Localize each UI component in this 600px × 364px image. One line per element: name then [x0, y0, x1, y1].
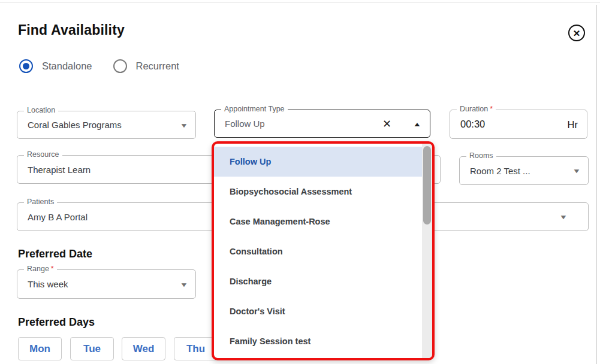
option-consultation[interactable]: Consultation — [214, 236, 422, 266]
option-doctors-visit[interactable]: Doctor's Visit — [214, 296, 422, 326]
duration-unit: Hr — [568, 119, 578, 130]
day-button-tue[interactable]: Tue — [70, 337, 114, 360]
day-button-mon[interactable]: Mon — [18, 337, 62, 360]
standalone-radio[interactable] — [19, 59, 33, 73]
option-family-session-test[interactable]: Family Session test — [214, 326, 422, 356]
window-edge-line — [596, 5, 597, 364]
radio-selected-dot — [23, 63, 29, 69]
duration-field[interactable]: Duration* 00:30 Hr — [450, 110, 587, 139]
chevron-down-icon[interactable]: ▼ — [180, 281, 188, 287]
resource-value: Therapist Learn — [28, 156, 91, 183]
option-case-management-rose[interactable]: Case Management-Rose — [214, 207, 422, 236]
rooms-select[interactable]: Rooms Room 2 Test ... ▼ — [459, 156, 589, 185]
patients-value: Amy B A Portal — [28, 203, 88, 230]
chevron-down-icon[interactable]: ▼ — [180, 122, 188, 128]
option-follow-up[interactable]: Follow Up — [214, 147, 422, 177]
standalone-radio-label[interactable]: Standalone — [42, 60, 92, 72]
option-biopsychosocial-assessment[interactable]: Biopsychosocial Assessment — [214, 177, 422, 207]
find-availability-dialog: Find Availability ✕ Standalone Recurrent… — [0, 0, 600, 364]
range-select[interactable]: Range* This week ▼ — [17, 269, 196, 299]
dropdown-scrollbar-thumb[interactable] — [423, 146, 431, 225]
appointment-type-options: Follow Up Biopsychosocial Assessment Cas… — [214, 147, 422, 356]
chevron-down-icon[interactable]: ▼ — [559, 214, 568, 220]
close-dialog-button[interactable]: ✕ — [568, 25, 585, 41]
recurrent-radio[interactable] — [113, 59, 127, 73]
page-title: Find Availability — [18, 22, 125, 38]
dropdown-scrollbar-track[interactable] — [422, 144, 432, 358]
option-discharge[interactable]: Discharge — [214, 266, 422, 296]
appointment-type-dropdown: Follow Up Biopsychosocial Assessment Cas… — [212, 141, 435, 360]
preferred-date-heading: Preferred Date — [18, 248, 92, 260]
preferred-days-heading: Preferred Days — [18, 316, 95, 329]
appointment-type-select[interactable]: Appointment Type Follow Up ✕ ▲ — [214, 110, 430, 138]
appointment-type-value: Follow Up — [225, 110, 265, 137]
chevron-down-icon[interactable]: ▼ — [572, 168, 581, 174]
range-value: This week — [28, 270, 68, 298]
clear-icon[interactable]: ✕ — [382, 117, 391, 131]
required-asterisk: * — [490, 105, 493, 113]
top-divider — [0, 2, 600, 2]
close-icon: ✕ — [573, 29, 581, 38]
rooms-value: Room 2 Test ... — [470, 157, 530, 184]
chevron-up-icon[interactable]: ▲ — [413, 120, 422, 127]
recurrent-radio-label[interactable]: Recurrent — [136, 60, 179, 72]
location-select[interactable]: Location Coral Gables Programs ▼ — [17, 111, 196, 139]
location-value: Coral Gables Programs — [28, 111, 122, 138]
day-button-wed[interactable]: Wed — [122, 337, 165, 360]
duration-value: 00:30 — [460, 110, 485, 138]
mode-radio-group: Standalone Recurrent — [19, 59, 179, 73]
